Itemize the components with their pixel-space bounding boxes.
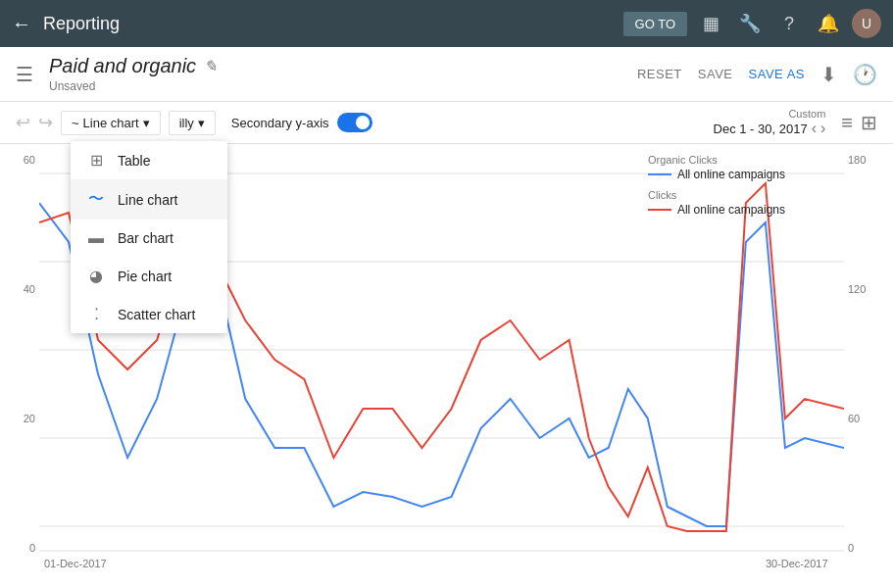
secondary-y-axis-label: Secondary y-axis [231,116,329,130]
toolbar: ☰ Paid and organic ✎ Unsaved RESET SAVE … [0,47,893,102]
hamburger-icon[interactable]: ☰ [16,63,33,86]
y-right-label-180: 180 [848,154,889,166]
history-icon[interactable]: 🕐 [853,63,877,86]
date-range-value: Dec 1 - 30, 2017 [714,122,808,136]
organic-clicks-group-label: Organic Clicks [648,154,785,166]
date-range-area: Custom Dec 1 - 30, 2017 ‹ › [714,108,826,137]
undo-button[interactable]: ↩ [16,112,30,133]
nav-right: GO TO ▦ 🔧 ? 🔔 U [623,8,881,39]
reset-button[interactable]: RESET [637,67,682,81]
report-title: Paid and organic ✎ [49,55,637,77]
line-chart-menu-icon: 〜 [86,189,106,210]
grid-layout-icon[interactable]: ⊞ [861,111,877,134]
report-title-text: Paid and organic [49,55,196,77]
menu-item-line-chart[interactable]: 〜 Line chart [71,179,227,220]
date-prev-button[interactable]: ‹ [812,120,817,137]
menu-item-line-label: Line chart [118,192,177,208]
go-to-button[interactable]: GO TO [623,12,687,36]
toolbar-right: RESET SAVE SAVE AS ⬇ 🕐 [637,63,877,86]
y-label-60: 60 [4,154,35,166]
menu-item-scatter-chart[interactable]: ⁚ Scatter chart [71,295,227,333]
table-menu-icon: ⊞ [86,151,106,170]
y-axis-left: 60 40 20 0 [0,144,39,583]
y-right-label-120: 120 [848,283,889,295]
chart-type-dropdown[interactable]: ~ Line chart ▾ [61,111,161,135]
date-range-value-row: Dec 1 - 30, 2017 ‹ › [714,120,826,137]
chevron-down-icon: ▾ [143,116,150,130]
bell-icon[interactable]: 🔔 [813,8,844,39]
menu-item-scatter-label: Scatter chart [118,307,195,322]
back-button[interactable]: ← [12,13,31,35]
chart-type-menu: ⊞ Table 〜 Line chart ▬ Bar chart ◕ Pie c… [71,141,227,333]
save-as-button[interactable]: SAVE AS [749,67,805,81]
filter-icon[interactable]: ≡ [841,112,853,134]
chart-legend: Organic Clicks All online campaigns Clic… [648,154,785,222]
save-button[interactable]: SAVE [698,67,733,81]
clicks-legend-item: All online campaigns [648,203,785,217]
download-icon[interactable]: ⬇ [820,63,837,86]
y-label-0: 0 [4,542,35,554]
date-next-button[interactable]: › [820,120,825,137]
organic-clicks-legend-label: All online campaigns [677,168,785,181]
report-title-area: Paid and organic ✎ Unsaved [49,55,637,93]
y-axis-right: 180 120 60 0 [844,144,893,583]
secondary-y-axis-toggle[interactable] [337,113,372,132]
y-label-20: 20 [4,413,35,424]
redo-button[interactable]: ↪ [38,112,53,133]
edit-icon[interactable]: ✎ [204,57,217,75]
svg-text:30-Dec-2017: 30-Dec-2017 [766,558,828,569]
menu-item-table-label: Table [118,153,150,169]
chart-toolbar: ↩ ↪ ~ Line chart ▾ illy ▾ Secondary y-ax… [0,102,893,144]
segment-label: illy [179,116,194,130]
svg-text:01-Dec-2017: 01-Dec-2017 [44,558,107,569]
segment-dropdown[interactable]: illy ▾ [169,111,216,135]
help-icon[interactable]: ? [773,8,805,39]
table-icon[interactable]: ▦ [695,8,726,39]
wrench-icon[interactable]: 🔧 [734,8,766,39]
organic-clicks-legend-item: All online campaigns [648,168,785,181]
top-nav: ← Reporting GO TO ▦ 🔧 ? 🔔 U [0,0,893,47]
menu-item-bar-chart[interactable]: ▬ Bar chart [71,220,227,257]
menu-item-pie-chart[interactable]: ◕ Pie chart [71,257,227,295]
date-range-label: Custom [788,108,825,120]
menu-item-bar-label: Bar chart [118,230,174,246]
menu-item-pie-label: Pie chart [118,269,172,284]
clicks-group-label: Clicks [648,189,785,201]
avatar[interactable]: U [852,9,881,38]
nav-title: Reporting [43,14,623,34]
bar-chart-menu-icon: ▬ [86,229,106,247]
y-right-label-0: 0 [848,542,889,554]
chart-type-label: ~ [72,116,79,130]
pie-chart-menu-icon: ◕ [86,267,106,285]
y-label-40: 40 [4,283,35,295]
organic-clicks-legend-line [648,173,671,175]
y-right-label-60: 60 [848,413,889,424]
clicks-legend-line [648,209,671,211]
chevron-down-icon-segment: ▾ [198,116,205,130]
scatter-chart-menu-icon: ⁚ [86,305,106,323]
chart-type-value: Line chart [83,116,139,130]
clicks-legend-label: All online campaigns [677,203,785,217]
menu-item-table[interactable]: ⊞ Table [71,141,227,179]
unsaved-label: Unsaved [49,79,637,93]
